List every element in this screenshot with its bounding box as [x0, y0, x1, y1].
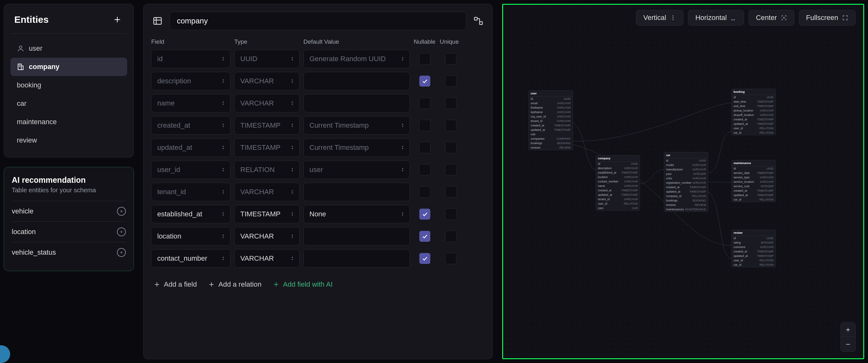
checkbox[interactable] — [445, 53, 457, 65]
field-default-select[interactable]: Current Timestamp▲▼ — [303, 116, 410, 135]
field-default-select[interactable] — [303, 227, 410, 245]
field-default-select[interactable] — [303, 94, 410, 112]
field-name-input[interactable]: established_at▲▼ — [151, 205, 230, 223]
checkbox[interactable] — [419, 208, 431, 220]
field-type-select[interactable]: VARCHAR▲▼ — [234, 249, 300, 268]
field-default-select[interactable] — [303, 249, 410, 268]
add-field-button[interactable]: Add a field — [154, 280, 197, 289]
node-field: updated_atTIMESTAMP — [664, 190, 708, 194]
erd-node-maintenance[interactable]: maintenanceidUUIDservice_dateTIMESTAMPse… — [732, 160, 776, 202]
node-field: established_atTIMESTAMP — [596, 170, 640, 175]
checkbox[interactable] — [419, 98, 431, 109]
erd-node-user[interactable]: useridUUIDemailVARCHARfirstNameVARCHARla… — [528, 90, 573, 150]
checkbox[interactable] — [445, 231, 457, 242]
field-default-select[interactable]: user▲▼ — [303, 161, 410, 179]
sidebar-item-company[interactable]: company — [10, 58, 127, 76]
zoom-out-button[interactable]: − — [841, 337, 855, 352]
checkbox[interactable] — [419, 120, 431, 131]
field-type-select[interactable]: UUID▲▼ — [234, 50, 300, 68]
field-type-select[interactable]: VARCHAR▲▼ — [234, 94, 300, 112]
add-entity-button[interactable] — [111, 13, 123, 26]
field-name-input[interactable]: location▲▼ — [151, 227, 230, 245]
field-type-select[interactable]: VARCHAR▲▼ — [234, 227, 300, 245]
field-name-input[interactable]: contact_number▲▼ — [151, 249, 230, 268]
node-field: emailVARCHAR — [529, 101, 572, 105]
field-type-select[interactable]: TIMESTAMP▲▼ — [234, 138, 300, 157]
node-field: contact_numberVARCHAR — [596, 179, 640, 184]
field-default-select[interactable]: Current Timestamp▲▼ — [303, 138, 410, 157]
zoom-in-button[interactable]: + — [841, 323, 855, 337]
erd-canvas[interactable]: Vertical Horizontal ··· Center Fullscree… — [502, 4, 864, 359]
checkbox[interactable] — [445, 186, 457, 198]
ai-item-label: location — [12, 228, 36, 236]
col-nullable: Nullable — [414, 38, 436, 45]
field-name-input[interactable]: updated_at▲▼ — [151, 138, 230, 157]
entities-panel: Entities usercompanybookingcarmaintenanc… — [4, 4, 134, 158]
checkbox[interactable] — [419, 186, 431, 198]
field-name-input[interactable]: tenant_id▲▼ — [151, 183, 230, 201]
field-row-contact_number: contact_number▲▼VARCHAR▲▼ — [151, 249, 485, 268]
entity-name-input[interactable] — [169, 12, 466, 30]
checkbox[interactable] — [419, 142, 431, 153]
field-type-select[interactable]: VARCHAR▲▼ — [234, 72, 300, 90]
erd-node-car[interactable]: caridUUIDmodelVARCHARmanufacturerVARCHAR… — [664, 152, 708, 212]
erd-node-company[interactable]: companyidUUIDdescriptionVARCHARestablish… — [596, 155, 640, 211]
node-title: user — [529, 91, 572, 97]
field-name-input[interactable]: description▲▼ — [151, 72, 230, 90]
checkbox[interactable] — [445, 208, 457, 220]
node-field: modelVARCHAR — [664, 163, 708, 167]
checkbox[interactable] — [419, 75, 431, 87]
checkbox[interactable] — [445, 253, 457, 264]
erd-node-review[interactable]: reviewidUUIDratingINTEGERcommentVARCHARc… — [732, 230, 776, 267]
ai-add-button[interactable] — [117, 207, 126, 216]
field-name-input[interactable]: user_id▲▼ — [151, 161, 230, 179]
field-row-description: description▲▼VARCHAR▲▼ — [151, 72, 485, 90]
node-field: firstNameVARCHAR — [529, 105, 572, 110]
add-field-ai-label: Add field with AI — [283, 280, 333, 289]
relations-icon[interactable] — [472, 14, 485, 27]
node-field: colorVARCHAR — [664, 176, 708, 180]
field-type-select[interactable]: RELATION▲▼ — [234, 161, 300, 179]
field-name-input[interactable]: created_at▲▼ — [151, 116, 230, 135]
sidebar-item-user[interactable]: user — [10, 39, 127, 58]
user-icon — [17, 45, 24, 52]
checkbox[interactable] — [419, 253, 431, 264]
sidebar-item-maintenance[interactable]: maintenance — [10, 113, 127, 131]
node-field: commentVARCHAR — [732, 245, 775, 249]
checkbox[interactable] — [445, 142, 457, 153]
ai-item-label: vehicle — [12, 207, 33, 216]
checkbox[interactable] — [445, 120, 457, 131]
field-default-select[interactable] — [303, 183, 410, 201]
field-name-input[interactable]: name▲▼ — [151, 94, 230, 112]
erd-node-booking[interactable]: bookingidUUIDstart_timeTIMESTAMPend_time… — [732, 89, 776, 135]
add-relation-label: Add a relation — [218, 280, 261, 289]
field-type-select[interactable]: TIMESTAMP▲▼ — [234, 205, 300, 223]
node-field: updated_atTIMESTAMP — [596, 193, 640, 197]
node-field: reviewsREVIEW — [664, 203, 708, 207]
field-type-select[interactable]: VARCHAR▲▼ — [234, 183, 300, 201]
field-default-select[interactable] — [303, 72, 410, 90]
field-type-select[interactable]: TIMESTAMP▲▼ — [234, 116, 300, 135]
sidebar-item-booking[interactable]: booking — [10, 76, 127, 94]
checkbox[interactable] — [419, 53, 431, 65]
checkbox[interactable] — [445, 98, 457, 109]
field-row-user_id: user_id▲▼RELATION▲▼user▲▼ — [151, 161, 485, 179]
node-field: user_idRELATION — [596, 201, 640, 206]
checkbox[interactable] — [445, 164, 457, 175]
field-default-select[interactable]: None▲▼ — [303, 205, 410, 223]
node-field: car_idRELATION — [732, 131, 775, 135]
ai-subtitle: Table entities for your schema — [12, 187, 126, 194]
ai-add-button[interactable] — [117, 248, 126, 257]
ai-add-button[interactable] — [117, 227, 126, 236]
checkbox[interactable] — [419, 231, 431, 242]
entity-label: user — [29, 44, 42, 53]
node-title: booking — [732, 89, 775, 95]
checkbox[interactable] — [419, 164, 431, 175]
checkbox[interactable] — [445, 75, 457, 87]
sidebar-item-review[interactable]: review — [10, 131, 127, 150]
sidebar-item-car[interactable]: car — [10, 94, 127, 113]
add-relation-button[interactable]: Add a relation — [208, 280, 261, 289]
field-default-select[interactable]: Generate Random UUID▲▼ — [303, 50, 410, 68]
add-field-ai-button[interactable]: Add field with AI — [273, 280, 333, 289]
field-name-input[interactable]: id▲▼ — [151, 50, 230, 68]
